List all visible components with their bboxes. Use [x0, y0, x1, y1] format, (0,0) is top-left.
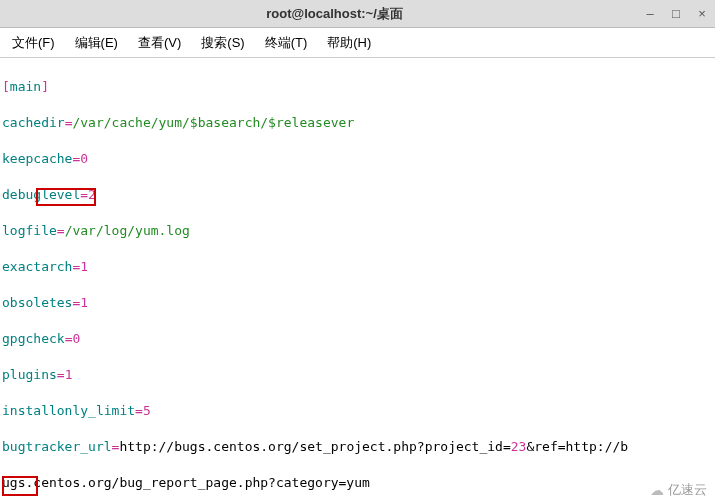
cfg-key: keepcache	[2, 151, 72, 166]
cfg-val: 0	[80, 151, 88, 166]
menu-view[interactable]: 查看(V)	[132, 31, 187, 55]
cfg-val: /var/cache/yum/$basearch/$releasever	[72, 115, 354, 130]
menu-file[interactable]: 文件(F)	[6, 31, 61, 55]
cfg-key: logfile	[2, 223, 57, 238]
menu-terminal[interactable]: 终端(T)	[259, 31, 314, 55]
menu-search[interactable]: 搜索(S)	[195, 31, 250, 55]
cfg-val-url2: &ref=http://b	[526, 439, 628, 454]
window-title: root@localhost:~/桌面	[26, 5, 643, 23]
minimize-icon[interactable]: –	[643, 7, 657, 21]
terminal-content[interactable]: [main] cachedir=/var/cache/yum/$basearch…	[0, 58, 715, 503]
cfg-val: 1	[80, 295, 88, 310]
cloud-icon: ☁	[650, 482, 664, 498]
cfg-val: 5	[143, 403, 151, 418]
cfg-key: bugtracker_url	[2, 439, 112, 454]
highlight-box-gpgcheck	[36, 188, 96, 206]
cfg-val: 1	[80, 259, 88, 274]
menu-edit[interactable]: 编辑(E)	[69, 31, 124, 55]
cfg-key: cachedir	[2, 115, 65, 130]
cfg-pid: 23	[511, 439, 527, 454]
watermark-text: 亿速云	[668, 481, 707, 499]
cfg-key: gpgcheck	[2, 331, 65, 346]
menu-bar: 文件(F) 编辑(E) 查看(V) 搜索(S) 终端(T) 帮助(H)	[0, 28, 715, 58]
highlight-box-wq	[2, 476, 38, 496]
cfg-val: 1	[65, 367, 73, 382]
cfg-key: exactarch	[2, 259, 72, 274]
window-titlebar: root@localhost:~/桌面 – □ ×	[0, 0, 715, 28]
menu-help[interactable]: 帮助(H)	[321, 31, 377, 55]
config-section: main	[10, 79, 41, 94]
watermark: ☁ 亿速云	[650, 481, 707, 499]
cfg-key: installonly_limit	[2, 403, 135, 418]
maximize-icon[interactable]: □	[669, 7, 683, 21]
cfg-val: 0	[72, 331, 80, 346]
cfg-val-url1: http://bugs.centos.org/set_project.php?p…	[119, 439, 510, 454]
cfg-key: obsoletes	[2, 295, 72, 310]
cfg-key: plugins	[2, 367, 57, 382]
close-icon[interactable]: ×	[695, 7, 709, 21]
cfg-val: /var/log/yum.log	[65, 223, 190, 238]
cfg-url-wrap: ugs.centos.org/bug_report_page.php?categ…	[2, 475, 370, 490]
